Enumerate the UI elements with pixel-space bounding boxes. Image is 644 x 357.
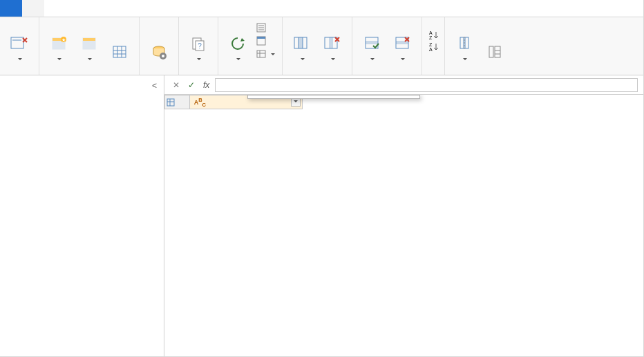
keep-rows-button[interactable] bbox=[357, 19, 387, 63]
choose-columns-icon bbox=[292, 34, 312, 53]
svg-text:Z: Z bbox=[429, 42, 433, 47]
refresh-preview-button[interactable] bbox=[222, 19, 253, 63]
recent-sources-button[interactable] bbox=[74, 19, 104, 63]
tab-add-column[interactable] bbox=[66, 0, 88, 17]
collapse-queries-icon[interactable]: < bbox=[152, 81, 157, 91]
fx-icon: fx bbox=[200, 80, 212, 90]
svg-rect-49 bbox=[167, 99, 174, 106]
keep-rows-icon bbox=[362, 34, 381, 53]
remove-columns-icon bbox=[323, 34, 342, 53]
manage-icon bbox=[256, 48, 267, 60]
formula-bar: ✕ ✓ fx bbox=[164, 75, 643, 95]
close-apply-icon bbox=[10, 34, 29, 53]
tab-tools[interactable] bbox=[111, 0, 133, 17]
data-source-settings-icon bbox=[149, 42, 169, 62]
svg-point-15 bbox=[162, 55, 164, 57]
manage-button[interactable] bbox=[253, 48, 278, 60]
formula-accept-icon[interactable]: ✓ bbox=[185, 80, 198, 90]
svg-rect-35 bbox=[366, 41, 378, 44]
advanced-editor-button[interactable] bbox=[253, 35, 278, 47]
remove-rows-button[interactable] bbox=[387, 19, 417, 63]
svg-text:Z: Z bbox=[429, 35, 433, 40]
svg-rect-43 bbox=[465, 37, 468, 48]
formula-input[interactable] bbox=[215, 78, 638, 92]
sort-asc-button[interactable]: AZ bbox=[428, 30, 439, 41]
queries-pane: < bbox=[0, 75, 164, 357]
svg-text:★: ★ bbox=[61, 37, 66, 42]
svg-rect-24 bbox=[257, 37, 265, 39]
choose-columns-button[interactable] bbox=[287, 19, 317, 63]
remove-columns-button[interactable] bbox=[317, 19, 348, 63]
sort-desc-button[interactable]: ZA bbox=[428, 42, 439, 53]
group-by-icon bbox=[485, 42, 504, 62]
properties-button[interactable] bbox=[253, 21, 278, 34]
svg-text:A: A bbox=[429, 47, 433, 52]
formula-cancel-icon[interactable]: ✕ bbox=[170, 80, 182, 90]
svg-rect-7 bbox=[83, 38, 95, 41]
data-source-settings-button[interactable] bbox=[144, 19, 174, 63]
split-column-icon bbox=[455, 34, 474, 53]
group-by-button[interactable] bbox=[480, 19, 510, 63]
svg-rect-37 bbox=[396, 41, 408, 44]
sort-asc-icon: AZ bbox=[428, 30, 439, 41]
svg-rect-0 bbox=[11, 37, 23, 48]
svg-rect-8 bbox=[113, 46, 126, 57]
ribbon: ★ ? bbox=[0, 17, 643, 75]
menu-tabs bbox=[0, 0, 643, 17]
enter-data-button[interactable] bbox=[104, 19, 135, 63]
remove-rows-icon bbox=[392, 34, 412, 53]
svg-rect-42 bbox=[460, 37, 464, 48]
new-source-icon: ★ bbox=[49, 34, 68, 53]
tab-file[interactable] bbox=[0, 0, 22, 17]
sort-desc-icon: ZA bbox=[428, 42, 439, 53]
enter-data-icon bbox=[110, 42, 129, 62]
close-apply-button[interactable] bbox=[4, 19, 35, 63]
svg-rect-33 bbox=[329, 37, 333, 48]
advanced-editor-icon bbox=[256, 35, 267, 46]
split-column-button[interactable] bbox=[449, 19, 480, 63]
svg-text:A: A bbox=[429, 30, 433, 35]
svg-rect-29 bbox=[299, 37, 303, 48]
svg-text:?: ? bbox=[198, 42, 202, 50]
manage-parameters-icon: ? bbox=[189, 34, 208, 53]
editor-pane: ✕ ✓ fx ABC bbox=[164, 75, 643, 357]
properties-icon bbox=[256, 22, 267, 33]
new-source-button[interactable]: ★ bbox=[44, 19, 74, 63]
svg-rect-46 bbox=[495, 46, 500, 57]
recent-sources-icon bbox=[79, 34, 99, 53]
manage-parameters-button[interactable]: ? bbox=[183, 19, 214, 63]
tab-home[interactable] bbox=[22, 0, 44, 17]
tab-transform[interactable] bbox=[44, 0, 66, 17]
refresh-icon bbox=[228, 34, 247, 53]
svg-rect-45 bbox=[489, 46, 493, 57]
grid-corner[interactable] bbox=[165, 95, 190, 109]
context-menu bbox=[247, 95, 420, 99]
tab-help[interactable] bbox=[133, 0, 155, 17]
datatype-icon: ABC bbox=[194, 99, 206, 106]
svg-rect-25 bbox=[257, 51, 265, 57]
tab-view[interactable] bbox=[88, 0, 111, 17]
